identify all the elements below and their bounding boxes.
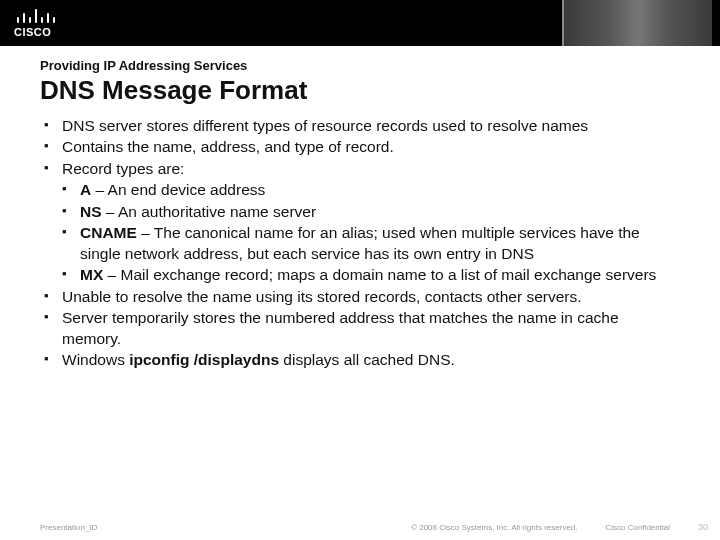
bullet-text-post: displays all cached DNS. xyxy=(279,351,455,368)
slide: CISCO Providing IP Addressing Services D… xyxy=(0,0,720,540)
bullet-text-bold: ipconfig /displaydns xyxy=(129,351,279,368)
bullet-text: Record types are: xyxy=(62,160,184,177)
bullet-text: Unable to resolve the name using its sto… xyxy=(62,288,582,305)
bullet-item: Windows ipconfig /displaydns displays al… xyxy=(44,350,678,370)
slide-title: DNS Message Format xyxy=(40,75,720,106)
bullet-item: Record types are: A – An end device addr… xyxy=(44,159,678,286)
record-type-desc: – The canonical name for an alias; used … xyxy=(80,224,640,261)
record-type-name: A xyxy=(80,181,91,198)
sub-bullet-item: NS – An authoritative name server xyxy=(62,202,678,222)
record-type-desc: – An authoritative name server xyxy=(102,203,317,220)
bullet-item: DNS server stores different types of res… xyxy=(44,116,678,136)
record-type-name: MX xyxy=(80,266,103,283)
bullet-text: DNS server stores different types of res… xyxy=(62,117,588,134)
record-type-name: NS xyxy=(80,203,102,220)
header-bar: CISCO xyxy=(0,0,720,46)
bullet-item: Server temporarily stores the numbered a… xyxy=(44,308,678,349)
record-type-desc: – An end device address xyxy=(91,181,265,198)
copyright: © 2008 Cisco Systems, Inc. All rights re… xyxy=(411,523,577,532)
bullet-item: Unable to resolve the name using its sto… xyxy=(44,287,678,307)
bullet-text-pre: Windows xyxy=(62,351,129,368)
sub-bullet-item: A – An end device address xyxy=(62,180,678,200)
slide-eyebrow: Providing IP Addressing Services xyxy=(40,58,720,73)
footer: Presentation_ID © 2008 Cisco Systems, In… xyxy=(0,514,720,540)
bullet-item: Contains the name, address, and type of … xyxy=(44,137,678,157)
bullet-text: Contains the name, address, and type of … xyxy=(62,138,394,155)
header-photo xyxy=(562,0,712,46)
bullet-text: Server temporarily stores the numbered a… xyxy=(62,309,619,346)
confidential: Cisco Confidential xyxy=(606,523,670,532)
page-number: 30 xyxy=(698,522,708,532)
sub-bullet-item: CNAME – The canonical name for an alias;… xyxy=(62,223,678,264)
record-type-name: CNAME xyxy=(80,224,137,241)
record-type-desc: – Mail exchange record; maps a domain na… xyxy=(103,266,656,283)
svg-text:CISCO: CISCO xyxy=(14,26,51,38)
presentation-id: Presentation_ID xyxy=(40,523,97,532)
cisco-logo: CISCO xyxy=(14,6,74,40)
slide-content: DNS server stores different types of res… xyxy=(0,116,720,540)
sub-bullet-item: MX – Mail exchange record; maps a domain… xyxy=(62,265,678,285)
